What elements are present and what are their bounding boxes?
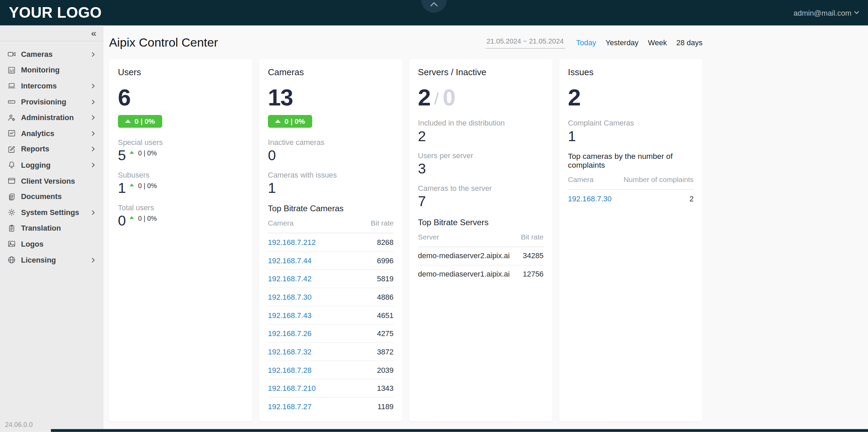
table-row: 192.168.7.30 4886 bbox=[268, 288, 394, 307]
table-title: Top Bitrate Servers bbox=[418, 217, 543, 227]
table-row: 192.168.7.212 8268 bbox=[268, 234, 394, 252]
main-content: Aipix Control Center TodayYesterdayWeek2… bbox=[104, 26, 868, 432]
top-bitrate-cameras-table: CameraBit rate 192.168.7.212 8268 192.16… bbox=[268, 219, 394, 415]
analytics-icon bbox=[7, 129, 16, 138]
sidebar-item-intercoms[interactable]: Intercoms bbox=[0, 78, 104, 94]
table-header: CameraBit rate bbox=[268, 219, 394, 233]
complaint-cameras-table: CameraNumber of complaints 192.168.7.30 … bbox=[568, 175, 694, 207]
table-row: 192.168.7.30 2 bbox=[568, 190, 694, 207]
users-trend-badge: 0 | 0% bbox=[118, 115, 162, 128]
sidebar-item-documents[interactable]: Documents bbox=[0, 189, 104, 204]
bitrate-value: 1343 bbox=[377, 384, 394, 393]
users-card: Users 6 0 | 0% Special users 5 0 | 0% Su… bbox=[109, 59, 252, 421]
camera-link[interactable]: 192.168.7.27 bbox=[268, 402, 312, 411]
table-row: demo-mediaserver1.aipix.ai 12756 bbox=[418, 265, 543, 283]
sidebar-item-administration[interactable]: Administration bbox=[0, 110, 104, 125]
monitoring-icon bbox=[7, 66, 16, 74]
bitrate-value: 12756 bbox=[523, 270, 543, 278]
camera-link[interactable]: 192.168.7.43 bbox=[268, 311, 312, 319]
stat-special-users: Special users 5 0 | 0% bbox=[118, 138, 243, 163]
sidebar-item-analytics[interactable]: Analytics bbox=[0, 126, 104, 141]
issues-card: Issues 2 Complaint Cameras 1 Top cameras… bbox=[559, 59, 703, 421]
user-email: admin@mail.com bbox=[793, 9, 851, 17]
chevron-up-icon bbox=[430, 2, 438, 7]
camera-link[interactable]: 192.168.7.26 bbox=[268, 330, 312, 338]
filter-28-days[interactable]: 28 days bbox=[676, 38, 703, 47]
servers-card: Servers / Inactive 2 / 0 Included in the… bbox=[409, 59, 552, 421]
reports-icon bbox=[7, 145, 16, 154]
cameras-trend-badge: 0 | 0% bbox=[268, 115, 312, 128]
bitrate-value: 34285 bbox=[523, 252, 543, 260]
camera-link[interactable]: 192.168.7.28 bbox=[268, 366, 312, 374]
chevron-right-icon bbox=[90, 115, 96, 121]
sidebar-item-provisioning[interactable]: Provisioning bbox=[0, 94, 104, 110]
collapse-header-button[interactable] bbox=[421, 0, 447, 13]
users-stats: Special users 5 0 | 0% Subusers 1 0 | 0%… bbox=[118, 138, 243, 229]
sidebar-header: « bbox=[0, 26, 104, 41]
triangle-up-icon bbox=[130, 184, 134, 186]
sidebar-item-system-settings[interactable]: System Settings bbox=[0, 204, 104, 220]
servers-value-separator: / bbox=[434, 90, 439, 108]
users-total-value: 6 bbox=[118, 87, 130, 108]
issues-stats: Complaint Cameras 1 bbox=[568, 119, 694, 144]
table-row: 192.168.7.43 4651 bbox=[268, 306, 394, 325]
chevron-right-icon bbox=[90, 51, 96, 57]
app: YOUR LOGO admin@mail.com « Cameras Monit… bbox=[0, 0, 868, 432]
card-title: Users bbox=[118, 67, 243, 77]
stat-included-in-the-distribution: Included in the distribution 2 bbox=[418, 119, 543, 144]
bitrate-value: 6996 bbox=[377, 256, 394, 265]
bitrate-value: 8268 bbox=[377, 238, 394, 246]
camera-link[interactable]: 192.168.7.30 bbox=[568, 195, 612, 203]
camera-link[interactable]: 192.168.7.32 bbox=[268, 348, 312, 356]
sidebar-item-logging[interactable]: Logging bbox=[0, 157, 104, 173]
documents-icon bbox=[7, 192, 16, 201]
camera-link[interactable]: 192.168.7.44 bbox=[268, 256, 312, 265]
servers-stats: Included in the distribution 2 Users per… bbox=[418, 119, 543, 209]
sidebar-item-licensing[interactable]: Licensing bbox=[0, 252, 104, 268]
table-title: Top cameras by the number of complaints bbox=[568, 152, 694, 169]
triangle-up-icon bbox=[130, 216, 134, 219]
filter-week[interactable]: Week bbox=[648, 38, 667, 47]
date-controls: TodayYesterdayWeek28 days bbox=[485, 36, 702, 49]
logo: YOUR LOGO bbox=[9, 4, 102, 21]
table-row: 192.168.7.26 4275 bbox=[268, 325, 394, 343]
page-header: Aipix Control Center TodayYesterdayWeek2… bbox=[109, 35, 703, 50]
chevron-right-icon bbox=[90, 83, 96, 89]
user-menu[interactable]: admin@mail.com bbox=[793, 9, 859, 17]
camera-link[interactable]: 192.168.7.210 bbox=[268, 384, 316, 393]
sidebar-item-translation[interactable]: Translation bbox=[0, 220, 104, 236]
version-label: 24.06.0.0 bbox=[5, 421, 33, 429]
filter-today[interactable]: Today bbox=[576, 38, 596, 47]
chevron-right-icon bbox=[90, 210, 96, 216]
table-row: 192.168.7.27 1189 bbox=[268, 398, 394, 415]
bottom-scrollbar[interactable] bbox=[51, 429, 868, 432]
sidebar-item-client-versions[interactable]: Client Versions bbox=[0, 173, 104, 188]
camera-link[interactable]: 192.168.7.30 bbox=[268, 293, 312, 301]
cameras-stats: Inactive cameras 0 Cameras with issues 1 bbox=[268, 138, 394, 196]
sidebar-item-monitoring[interactable]: Monitoring bbox=[0, 62, 104, 78]
triangle-up-icon bbox=[130, 151, 134, 153]
filter-yesterday[interactable]: Yesterday bbox=[605, 38, 638, 47]
date-range-input[interactable] bbox=[485, 36, 565, 49]
stat-cameras-to-the-server: Cameras to the server 7 bbox=[418, 184, 543, 210]
camera-link[interactable]: 192.168.7.42 bbox=[268, 275, 312, 283]
client-versions-icon bbox=[7, 177, 16, 185]
camera-icon bbox=[7, 50, 16, 59]
card-title: Issues bbox=[568, 67, 694, 77]
bitrate-value: 3872 bbox=[377, 348, 394, 356]
sidebar-item-cameras[interactable]: Cameras bbox=[0, 47, 104, 62]
bitrate-value: 4275 bbox=[377, 330, 394, 338]
page-title: Aipix Control Center bbox=[109, 35, 218, 50]
intercom-icon bbox=[7, 82, 16, 90]
table-row: 192.168.7.210 1343 bbox=[268, 380, 394, 398]
bitrate-value: 4651 bbox=[377, 311, 394, 319]
sidebar-collapse-button[interactable]: « bbox=[91, 29, 96, 38]
stat-cards-row: Users 6 0 | 0% Special users 5 0 | 0% Su… bbox=[109, 59, 703, 421]
camera-link[interactable]: 192.168.7.212 bbox=[268, 238, 316, 246]
top-header: YOUR LOGO admin@mail.com bbox=[0, 0, 868, 26]
stat-total-users: Total users 0 0 | 0% bbox=[118, 204, 243, 229]
sidebar-item-reports[interactable]: Reports bbox=[0, 141, 104, 157]
card-title: Servers / Inactive bbox=[418, 67, 543, 77]
bitrate-value: 2 bbox=[690, 195, 694, 203]
sidebar-item-logos[interactable]: Logos bbox=[0, 236, 104, 252]
